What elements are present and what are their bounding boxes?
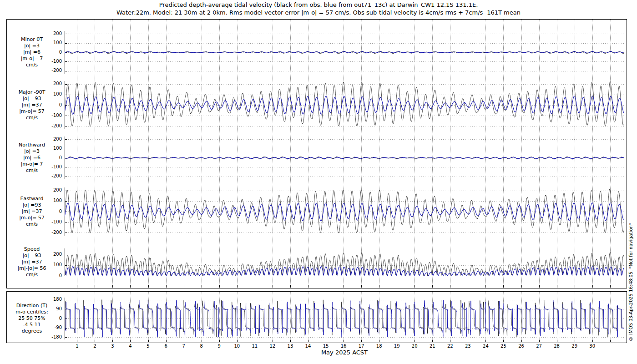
x-tick-label: 27: [533, 344, 545, 349]
x-tick-mark: [397, 340, 397, 342]
y-tick-label: 0: [45, 102, 62, 107]
x-tick-mark: [148, 340, 149, 342]
x-tick-mark: [112, 340, 113, 342]
x-tick-mark: [485, 285, 486, 288]
x-tick-label: 5: [142, 344, 154, 349]
x-tick-mark: [184, 340, 184, 342]
x-tick-mark: [397, 285, 397, 288]
x-tick-label: 18: [373, 344, 385, 349]
x-tick-mark: [344, 340, 344, 342]
x-tick-label: 19: [391, 344, 403, 349]
x-tick-mark: [557, 340, 557, 342]
x-tick-mark: [468, 340, 468, 342]
x-tick-mark: [450, 340, 450, 342]
y-tick-label: 100: [45, 91, 62, 96]
y-tick-label: -200: [45, 123, 62, 128]
y-tick-label: 200: [45, 136, 62, 142]
x-tick-mark: [575, 340, 575, 342]
y-tick-label: -180: [45, 334, 62, 339]
x-tick-label: 4: [124, 344, 136, 349]
y-tick-label: 200: [45, 187, 62, 192]
x-tick-mark: [95, 340, 95, 342]
x-tick-label: 1: [71, 344, 83, 349]
x-tick-mark: [290, 340, 291, 342]
x-tick-mark: [361, 340, 362, 342]
y-tick-label: 200: [45, 81, 62, 86]
x-tick-mark: [521, 285, 522, 288]
x-tick-mark: [344, 285, 344, 288]
x-tick-mark: [255, 340, 255, 342]
x-tick-mark: [166, 340, 167, 342]
x-tick-mark: [308, 285, 308, 288]
x-tick-label: 20: [409, 344, 420, 349]
chart-title-line1: Predicted depth-average tidal velocity (…: [0, 1, 637, 8]
panel-canvas-northward: [65, 136, 624, 179]
x-tick-mark: [219, 340, 220, 342]
y-tick-label: 0: [45, 209, 62, 214]
y-tick-label: 0: [45, 50, 62, 55]
x-tick-label: 24: [480, 344, 491, 349]
x-tick-mark: [610, 340, 611, 342]
x-tick-mark: [184, 285, 184, 288]
x-tick-mark: [379, 285, 379, 288]
x-tick-mark: [237, 285, 238, 288]
x-tick-mark: [77, 285, 77, 288]
x-tick-label: 17: [355, 344, 367, 349]
x-tick-label: 14: [302, 344, 314, 349]
x-tick-mark: [308, 340, 308, 342]
x-tick-label: 26: [516, 344, 527, 349]
x-tick-mark: [415, 340, 415, 342]
tidal-prediction-chart: Predicted depth-average tidal velocity (…: [0, 0, 637, 364]
x-tick-mark: [432, 340, 433, 342]
x-tick-mark: [539, 340, 540, 342]
x-tick-label: 16: [338, 344, 349, 349]
y-tick-label: 0: [45, 316, 62, 321]
y-tick-label: 200: [45, 31, 62, 36]
x-tick-label: 13: [284, 344, 296, 349]
x-tick-label: 11: [249, 344, 261, 349]
panel-canvas-minor: [65, 31, 624, 74]
panel-canvas-major: [65, 81, 624, 129]
x-axis-label: May 2025 ACST: [65, 349, 624, 356]
x-tick-mark: [610, 285, 611, 288]
x-tick-label: 7: [178, 344, 190, 349]
y-tick-label: -100: [45, 113, 62, 118]
x-tick-mark: [450, 285, 450, 288]
chart-title-line2: Water:22m. Model: 21 30m at 2 0km. Rms m…: [0, 9, 637, 16]
x-tick-label: 28: [551, 344, 563, 349]
x-tick-mark: [326, 340, 326, 342]
x-tick-mark: [166, 285, 167, 288]
panel-canvas-eastward: [65, 187, 624, 236]
x-tick-label: 10: [231, 344, 243, 349]
x-tick-label: 15: [320, 344, 332, 349]
x-tick-mark: [415, 285, 415, 288]
x-tick-mark: [592, 340, 593, 342]
y-tick-label: 90: [45, 306, 62, 311]
x-tick-mark: [130, 285, 131, 288]
x-tick-label: 3: [106, 344, 118, 349]
x-tick-mark: [290, 285, 291, 288]
x-tick-mark: [273, 340, 273, 342]
x-tick-label: 22: [444, 344, 456, 349]
y-tick-label: 100: [45, 146, 62, 151]
y-tick-label: -200: [45, 230, 62, 235]
x-tick-mark: [202, 285, 202, 288]
x-tick-mark: [503, 340, 504, 342]
x-tick-label: 9: [213, 344, 225, 349]
y-tick-label: 180: [45, 297, 62, 302]
x-tick-mark: [432, 285, 433, 288]
x-tick-mark: [112, 285, 113, 288]
x-tick-mark: [468, 285, 468, 288]
x-tick-mark: [379, 340, 379, 342]
x-tick-mark: [237, 340, 238, 342]
x-tick-mark: [202, 340, 202, 342]
x-tick-mark: [503, 285, 504, 288]
x-tick-label: 25: [497, 344, 509, 349]
x-tick-mark: [273, 285, 273, 288]
panel-canvas-direction: [65, 298, 624, 339]
x-tick-mark: [148, 285, 149, 288]
y-tick-label: -200: [45, 68, 62, 73]
x-tick-label: 21: [426, 344, 438, 349]
x-tick-mark: [592, 285, 593, 288]
x-tick-mark: [255, 285, 255, 288]
